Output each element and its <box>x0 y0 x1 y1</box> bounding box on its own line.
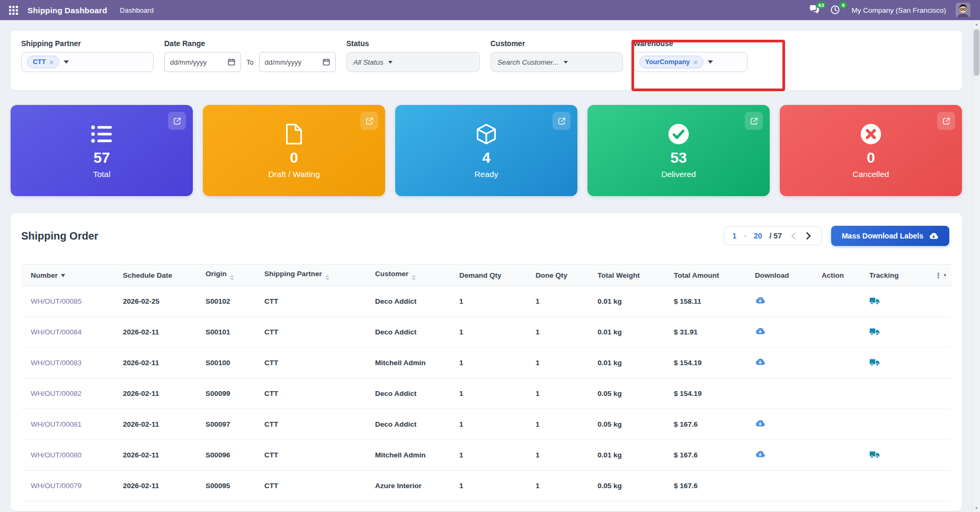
scrollbar-thumb[interactable] <box>974 29 979 76</box>
download-cell <box>751 286 817 317</box>
kpi-card-delivered[interactable]: 53 Delivered <box>587 105 770 196</box>
tracking-cell <box>865 317 929 348</box>
table-row[interactable]: WH/OUT/00081 2026-02-11 S00097 CTT Deco … <box>21 409 951 440</box>
action-cell <box>817 317 865 348</box>
filters-panel: Shipping Partner CTT × Date Range dd/mm/… <box>11 31 962 90</box>
shipping-partner-label: Shipping Partner <box>21 39 154 48</box>
column-header[interactable]: Customer <box>371 264 455 286</box>
menu-dashboard[interactable]: Dashboard <box>114 2 159 19</box>
shipping-partner-cell: CTT <box>260 348 371 378</box>
sort-icon[interactable] <box>230 275 234 280</box>
tracking-truck-icon[interactable] <box>869 296 880 305</box>
date-to-input[interactable]: dd/mm/yyyy <box>259 52 336 72</box>
customer-cell: Deco Addict <box>371 286 455 317</box>
messages-icon[interactable]: 63 <box>809 5 821 15</box>
origin-cell: S00095 <box>201 471 260 501</box>
total-weight-cell: 0.01 kg <box>593 286 670 317</box>
calendar-icon[interactable] <box>323 58 330 66</box>
table-row[interactable]: WH/OUT/00083 2026-02-11 S00100 CTT Mitch… <box>21 348 951 378</box>
customer-cell: Deco Addict <box>371 378 455 409</box>
external-link-icon[interactable] <box>168 112 186 130</box>
tracking-truck-icon[interactable] <box>869 450 880 459</box>
kpi-card-cancelled[interactable]: 0 Cancelled <box>780 105 962 196</box>
download-label-icon[interactable] <box>755 327 765 336</box>
mass-download-labels-button[interactable]: Mass Download Labels <box>831 226 949 246</box>
tracking-cell <box>865 409 929 440</box>
remove-tag-icon[interactable]: × <box>49 59 54 66</box>
tracking-cell <box>865 378 929 409</box>
table-row[interactable]: WH/OUT/00085 2026-02-25 S00102 CTT Deco … <box>21 286 951 317</box>
total-amount-cell: $ 154.19 <box>670 378 751 409</box>
status-select[interactable]: All Status <box>346 52 480 72</box>
page-end[interactable]: 20 <box>754 232 762 240</box>
table-row[interactable]: WH/OUT/00084 2026-02-11 S00101 CTT Deco … <box>21 317 951 348</box>
scroll-down-icon[interactable]: ▼ <box>973 504 980 512</box>
order-number-link[interactable]: WH/OUT/00082 <box>31 390 82 398</box>
sort-icon[interactable] <box>325 275 329 280</box>
filter-warehouse: Warehouse YourCompany × <box>634 39 747 81</box>
download-label-icon[interactable] <box>755 450 765 458</box>
order-number-link[interactable]: WH/OUT/00083 <box>31 359 82 367</box>
origin-cell: S00100 <box>201 348 260 378</box>
order-number-link[interactable]: WH/OUT/00084 <box>31 328 82 336</box>
sort-icon[interactable] <box>412 275 416 280</box>
download-cell <box>751 409 817 440</box>
external-link-icon[interactable] <box>937 112 955 130</box>
external-link-icon[interactable] <box>360 112 378 130</box>
date-to-value: dd/mm/yyyy <box>265 58 301 66</box>
status-selected-value: All Status <box>353 58 384 66</box>
table-row[interactable]: WH/OUT/00080 2026-02-11 S00096 CTT Mitch… <box>21 440 951 471</box>
filter-shipping-partner: Shipping Partner CTT × <box>21 39 154 81</box>
total-amount-cell: $ 167.6 <box>670 409 751 440</box>
order-number-link[interactable]: WH/OUT/00085 <box>31 297 82 305</box>
total-weight-cell: 0.01 kg <box>593 317 670 348</box>
action-cell <box>817 440 865 471</box>
column-header[interactable]: Shipping Partner <box>260 264 371 286</box>
download-label-icon[interactable] <box>755 358 765 366</box>
remove-tag-icon[interactable]: × <box>693 59 698 66</box>
order-number-link[interactable]: WH/OUT/00080 <box>31 451 82 459</box>
orders-table-body: WH/OUT/00085 2026-02-25 S00102 CTT Deco … <box>21 286 951 501</box>
chevron-down-icon[interactable] <box>708 60 713 64</box>
chevron-down-icon[interactable] <box>64 60 69 64</box>
company-switcher[interactable]: My Company (San Francisco) <box>851 6 946 14</box>
page-start[interactable]: 1 <box>733 232 737 240</box>
done-qty-cell: 1 <box>531 348 593 378</box>
kpi-card-draft-waiting[interactable]: 0 Draft / Waiting <box>203 105 385 196</box>
tracking-truck-icon[interactable] <box>869 327 880 336</box>
kpi-card-total[interactable]: 57 Total <box>11 105 193 196</box>
calendar-icon[interactable] <box>228 58 235 66</box>
download-label-icon[interactable] <box>755 296 765 305</box>
table-row[interactable]: WH/OUT/00082 2026-02-11 S00099 CTT Deco … <box>21 378 951 409</box>
date-from-input[interactable]: dd/mm/yyyy <box>164 52 241 72</box>
page-next-icon[interactable] <box>805 232 813 240</box>
kpi-card-ready[interactable]: 4 Ready <box>395 105 577 196</box>
tracking-truck-icon[interactable] <box>869 358 880 367</box>
download-label-icon[interactable] <box>755 419 765 428</box>
column-header[interactable]: Origin <box>201 264 260 286</box>
action-cell <box>817 409 865 440</box>
external-link-icon[interactable] <box>553 112 571 130</box>
kpi-value: 53 <box>670 151 687 165</box>
order-number-link[interactable]: WH/OUT/00081 <box>31 420 82 428</box>
sort-desc-icon[interactable] <box>61 274 65 277</box>
scroll-up-icon[interactable]: ▲ <box>973 20 980 28</box>
done-qty-cell: 1 <box>531 378 593 409</box>
warehouse-select[interactable]: YourCompany × <box>634 52 747 72</box>
order-number-link[interactable]: WH/OUT/00079 <box>31 482 82 490</box>
page-prev-icon[interactable] <box>789 232 797 240</box>
user-avatar[interactable] <box>956 3 970 17</box>
customer-search-select[interactable]: Search Customer... <box>491 52 623 72</box>
apps-grid-icon[interactable] <box>6 3 20 17</box>
column-header[interactable]: Number <box>21 264 119 286</box>
schedule-date-cell: 2026-02-11 <box>119 348 201 378</box>
shipping-partner-select[interactable]: CTT × <box>21 52 154 72</box>
activities-clock-icon[interactable]: 8 <box>830 5 842 15</box>
schedule-date-cell: 2026-02-11 <box>119 440 201 471</box>
external-link-icon[interactable] <box>745 112 763 130</box>
kpi-label: Delivered <box>661 170 696 179</box>
column-settings-icon[interactable]: ⋮▼ <box>933 271 947 279</box>
table-row[interactable]: WH/OUT/00079 2026-02-11 S00095 CTT Azure… <box>21 471 951 501</box>
vertical-scrollbar[interactable]: ▲ ▼ <box>972 20 980 512</box>
app-title[interactable]: Shipping Dashboard <box>28 6 107 15</box>
